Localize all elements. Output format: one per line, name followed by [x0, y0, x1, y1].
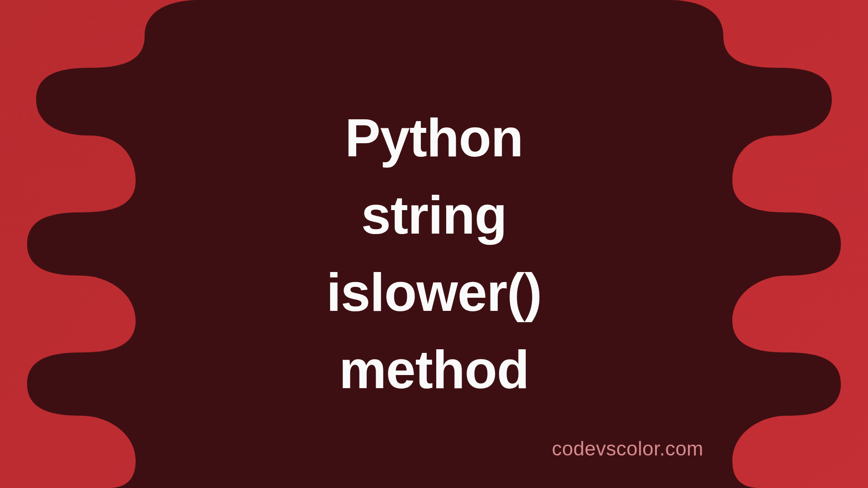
watermark-text: codevscolor.com: [552, 437, 703, 460]
title-container: Python string islower() method: [0, 99, 868, 408]
title-text: Python string islower() method: [0, 99, 868, 408]
